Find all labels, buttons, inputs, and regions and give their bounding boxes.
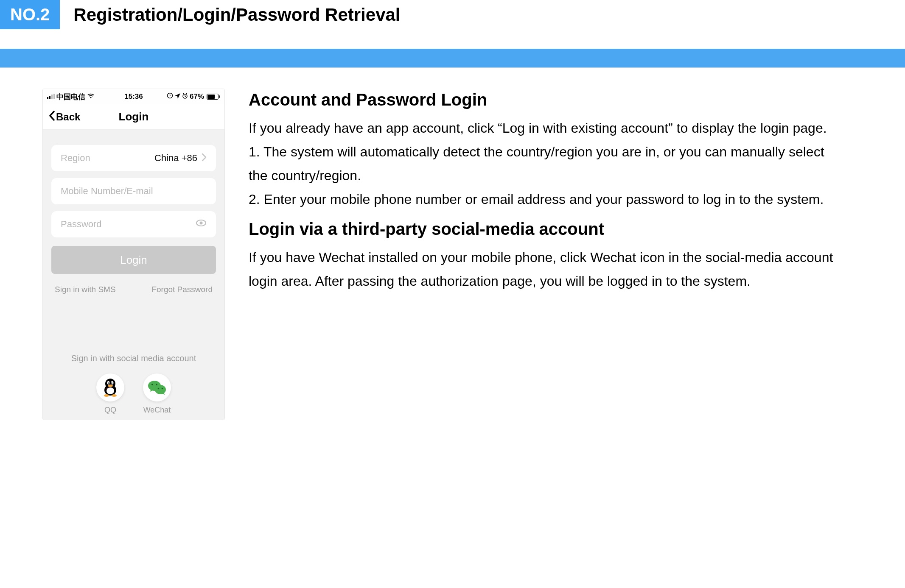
region-value: China +86	[154, 153, 197, 164]
wifi-icon	[87, 92, 95, 101]
social-title: Sign in with social media account	[43, 354, 224, 363]
svg-point-16	[104, 394, 109, 397]
desc-paragraph-1: If you already have an app account, clic…	[249, 116, 834, 140]
account-placeholder: Mobile Number/E-mail	[61, 186, 153, 197]
sms-login-link[interactable]: Sign in with SMS	[55, 285, 116, 294]
svg-point-10	[106, 387, 114, 394]
status-bar-time: 15:36	[124, 92, 143, 101]
content-area: 中国电信 15:36	[0, 68, 905, 420]
qq-icon	[96, 373, 124, 401]
svg-point-14	[111, 382, 112, 384]
svg-rect-0	[47, 97, 48, 99]
qq-label: QQ	[104, 406, 116, 415]
back-label: Back	[56, 111, 80, 123]
location-icon	[175, 92, 180, 101]
battery-percent: 67%	[190, 92, 204, 101]
orientation-lock-icon	[167, 92, 173, 101]
divider-bar	[0, 49, 905, 68]
back-button[interactable]: Back	[49, 111, 80, 123]
nav-title: Login	[119, 110, 149, 123]
svg-point-21	[156, 384, 157, 385]
svg-point-19	[155, 385, 166, 394]
signal-icon	[47, 92, 55, 101]
carrier-label: 中国电信	[56, 92, 85, 102]
wechat-label: WeChat	[143, 406, 171, 415]
svg-point-17	[112, 394, 117, 397]
login-button[interactable]: Login	[51, 246, 216, 274]
svg-point-15	[108, 385, 113, 387]
wechat-icon	[143, 373, 171, 401]
region-selector[interactable]: Region China +86	[51, 145, 216, 171]
svg-point-23	[162, 388, 163, 389]
alarm-icon	[182, 92, 188, 101]
section-number-badge: NO.2	[0, 0, 60, 29]
status-bar: 中国电信 15:36	[43, 89, 224, 104]
svg-point-20	[151, 384, 153, 385]
social-icons-row: QQ W	[43, 373, 224, 415]
description-column: Account and Password Login If you alread…	[249, 89, 834, 420]
header-row: NO.2 Registration/Login/Password Retriev…	[0, 0, 905, 29]
battery-icon	[206, 94, 220, 100]
page-title: Registration/Login/Password Retrieval	[73, 5, 400, 25]
aux-links: Sign in with SMS Forgot Password	[51, 285, 216, 294]
password-input[interactable]: Password	[51, 211, 216, 237]
svg-rect-2	[51, 95, 53, 99]
heading-thirdparty-login: Login via a third-party social-media acc…	[249, 220, 834, 239]
desc-paragraph-4: If you have Wechat installed on your mob…	[249, 245, 834, 293]
eye-icon[interactable]	[196, 217, 207, 231]
desc-paragraph-3: 2. Enter your mobile phone number or ema…	[249, 187, 834, 211]
chevron-right-icon	[202, 152, 207, 164]
chevron-left-icon	[49, 111, 55, 123]
status-bar-left: 中国电信	[47, 92, 95, 102]
account-input[interactable]: Mobile Number/E-mail	[51, 178, 216, 204]
password-placeholder: Password	[61, 219, 102, 230]
login-form: Region China +86 Mobile Number/E-mail Pa…	[43, 130, 224, 303]
social-login-area: Sign in with social media account	[43, 303, 224, 420]
forgot-password-link[interactable]: Forgot Password	[151, 285, 213, 294]
svg-rect-1	[49, 96, 50, 99]
phone-mockup: 中国电信 15:36	[42, 89, 225, 420]
desc-paragraph-2: 1. The system will automatically detect …	[249, 140, 834, 187]
svg-point-13	[108, 382, 109, 384]
qq-login[interactable]: QQ	[96, 373, 124, 415]
region-value-wrap: China +86	[154, 152, 207, 164]
heading-account-login: Account and Password Login	[249, 90, 834, 109]
wechat-login[interactable]: WeChat	[143, 373, 171, 415]
svg-point-22	[158, 388, 159, 389]
nav-bar: Back Login	[43, 104, 224, 130]
region-label: Region	[61, 153, 90, 164]
svg-rect-3	[53, 94, 55, 99]
svg-point-7	[200, 222, 203, 225]
status-bar-right: 67%	[167, 92, 220, 101]
